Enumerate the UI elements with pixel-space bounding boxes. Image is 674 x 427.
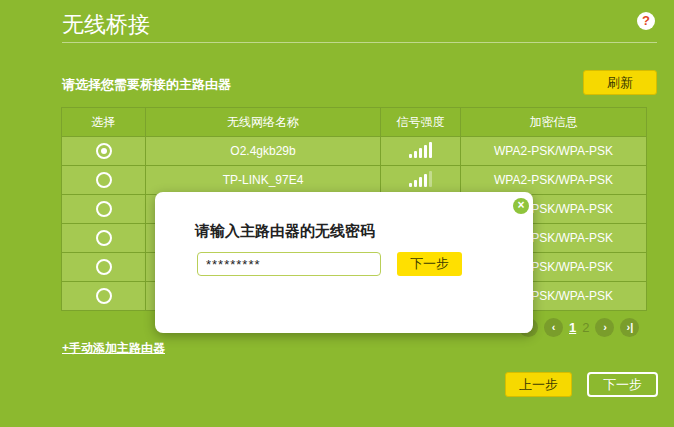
table-row: TP-LINK_97E4WPA2-PSK/WPA-PSK — [62, 166, 647, 195]
page-title: 无线桥接 — [62, 10, 150, 40]
next-page-button[interactable]: › — [595, 318, 614, 337]
signal-bars-icon — [409, 142, 432, 158]
table-header-row: 选择 无线网络名称 信号强度 加密信息 — [62, 108, 647, 137]
network-ssid[interactable]: O2.4gkb29b — [146, 137, 381, 166]
network-radio[interactable] — [96, 201, 112, 217]
network-radio[interactable] — [96, 172, 112, 188]
help-icon[interactable]: ? — [637, 12, 655, 30]
network-radio[interactable] — [96, 288, 112, 304]
column-header-security: 加密信息 — [461, 108, 647, 137]
signal-cell — [381, 137, 461, 166]
refresh-button[interactable]: 刷新 — [583, 70, 657, 95]
last-page-button[interactable]: ›| — [620, 318, 639, 337]
column-header-select: 选择 — [62, 108, 146, 137]
title-divider — [62, 42, 657, 43]
modal-next-button[interactable]: 下一步 — [397, 252, 462, 276]
select-cell — [62, 282, 146, 311]
page-number-2[interactable]: 2 — [582, 320, 589, 335]
password-input[interactable] — [197, 252, 381, 276]
close-icon[interactable]: × — [513, 198, 529, 214]
add-router-link[interactable]: +手动添加主路由器 — [62, 340, 165, 357]
signal-cell — [381, 166, 461, 195]
modal-title: 请输入主路由器的无线密码 — [195, 222, 375, 241]
wireless-bridge-page: 无线桥接 ? 请选择您需要桥接的主路由器 刷新 选择 无线网络名称 信号强度 加… — [0, 0, 674, 427]
password-modal: × 请输入主路由器的无线密码 下一步 — [155, 192, 533, 333]
table-row: O2.4gkb29bWPA2-PSK/WPA-PSK — [62, 137, 647, 166]
prev-step-button[interactable]: 上一步 — [505, 372, 572, 397]
security-cell: WPA2-PSK/WPA-PSK — [461, 137, 647, 166]
network-radio[interactable] — [96, 230, 112, 246]
select-cell — [62, 195, 146, 224]
security-cell: WPA2-PSK/WPA-PSK — [461, 166, 647, 195]
prev-page-button[interactable]: ‹ — [544, 318, 563, 337]
select-cell — [62, 224, 146, 253]
select-cell — [62, 137, 146, 166]
page-number-1[interactable]: 1 — [569, 320, 576, 335]
next-step-button[interactable]: 下一步 — [587, 372, 658, 397]
select-router-hint: 请选择您需要桥接的主路由器 — [62, 76, 231, 94]
column-header-ssid: 无线网络名称 — [146, 108, 381, 137]
network-radio[interactable] — [96, 143, 112, 159]
signal-bars-icon — [409, 171, 432, 187]
select-cell — [62, 253, 146, 282]
column-header-signal: 信号强度 — [381, 108, 461, 137]
network-radio[interactable] — [96, 259, 112, 275]
pagination: |‹‹12››| — [519, 318, 639, 337]
select-cell — [62, 166, 146, 195]
network-ssid[interactable]: TP-LINK_97E4 — [146, 166, 381, 195]
